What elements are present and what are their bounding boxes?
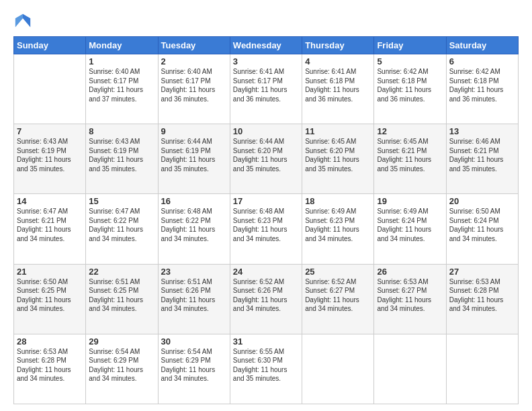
day-number: 5 [377, 56, 443, 66]
page: SundayMondayTuesdayWednesdayThursdayFrid… [0, 0, 532, 411]
svg-marker-0 [23, 14, 30, 28]
calendar-cell: 5Sunrise: 6:42 AMSunset: 6:18 PMDaylight… [374, 54, 446, 124]
calendar-week-row: 21Sunrise: 6:50 AMSunset: 6:25 PMDayligh… [14, 264, 519, 334]
calendar-cell: 21Sunrise: 6:50 AMSunset: 6:25 PMDayligh… [14, 264, 86, 334]
cell-info: Sunrise: 6:43 AMSunset: 6:19 PMDaylight:… [89, 137, 154, 173]
cell-info: Sunrise: 6:47 AMSunset: 6:21 PMDaylight:… [17, 207, 83, 243]
cell-info: Sunrise: 6:43 AMSunset: 6:19 PMDaylight:… [17, 137, 83, 173]
calendar-week-row: 14Sunrise: 6:47 AMSunset: 6:21 PMDayligh… [14, 194, 519, 264]
cell-info: Sunrise: 6:40 AMSunset: 6:17 PMDaylight:… [89, 67, 154, 103]
cell-info: Sunrise: 6:45 AMSunset: 6:21 PMDaylight:… [377, 137, 443, 173]
cell-info: Sunrise: 6:48 AMSunset: 6:23 PMDaylight:… [233, 207, 299, 243]
day-number: 31 [233, 336, 299, 347]
day-number: 4 [305, 56, 371, 66]
day-number: 20 [449, 196, 515, 206]
day-number: 21 [17, 267, 83, 277]
day-number: 15 [89, 196, 154, 206]
calendar-cell: 23Sunrise: 6:51 AMSunset: 6:26 PMDayligh… [158, 264, 230, 334]
calendar-cell: 18Sunrise: 6:49 AMSunset: 6:23 PMDayligh… [302, 194, 374, 264]
cell-info: Sunrise: 6:42 AMSunset: 6:18 PMDaylight:… [377, 67, 443, 103]
calendar-week-row: 28Sunrise: 6:53 AMSunset: 6:28 PMDayligh… [14, 334, 519, 404]
calendar-cell: 2Sunrise: 6:40 AMSunset: 6:17 PMDaylight… [158, 54, 230, 124]
calendar-cell: 22Sunrise: 6:51 AMSunset: 6:25 PMDayligh… [86, 264, 158, 334]
cell-info: Sunrise: 6:53 AMSunset: 6:28 PMDaylight:… [17, 347, 83, 383]
cell-info: Sunrise: 6:52 AMSunset: 6:27 PMDaylight:… [305, 277, 371, 314]
day-number: 1 [89, 56, 154, 66]
calendar-cell: 6Sunrise: 6:42 AMSunset: 6:18 PMDaylight… [446, 54, 518, 124]
day-number: 28 [17, 336, 83, 347]
cell-info: Sunrise: 6:53 AMSunset: 6:27 PMDaylight:… [377, 277, 443, 314]
cell-info: Sunrise: 6:46 AMSunset: 6:21 PMDaylight:… [449, 137, 515, 173]
calendar-cell: 29Sunrise: 6:54 AMSunset: 6:29 PMDayligh… [86, 334, 158, 404]
calendar-cell: 25Sunrise: 6:52 AMSunset: 6:27 PMDayligh… [302, 264, 374, 334]
day-number: 18 [305, 196, 371, 206]
cell-info: Sunrise: 6:45 AMSunset: 6:20 PMDaylight:… [305, 137, 371, 173]
calendar-cell: 19Sunrise: 6:49 AMSunset: 6:24 PMDayligh… [374, 194, 446, 264]
calendar-header-row: SundayMondayTuesdayWednesdayThursdayFrid… [14, 37, 519, 54]
calendar-table: SundayMondayTuesdayWednesdayThursdayFrid… [13, 36, 519, 404]
calendar-cell: 9Sunrise: 6:44 AMSunset: 6:19 PMDaylight… [158, 124, 230, 194]
calendar-cell: 27Sunrise: 6:53 AMSunset: 6:28 PMDayligh… [446, 264, 518, 334]
calendar-cell: 31Sunrise: 6:55 AMSunset: 6:30 PMDayligh… [230, 334, 302, 404]
cell-info: Sunrise: 6:54 AMSunset: 6:29 PMDaylight:… [89, 347, 154, 383]
day-number: 2 [161, 56, 227, 66]
day-number: 16 [161, 196, 227, 206]
calendar-cell: 4Sunrise: 6:41 AMSunset: 6:18 PMDaylight… [302, 54, 374, 124]
calendar-cell: 13Sunrise: 6:46 AMSunset: 6:21 PMDayligh… [446, 124, 518, 194]
day-number: 12 [377, 126, 443, 136]
day-number: 11 [305, 126, 371, 136]
day-number: 26 [377, 267, 443, 277]
cell-info: Sunrise: 6:49 AMSunset: 6:24 PMDaylight:… [377, 207, 443, 243]
cell-info: Sunrise: 6:51 AMSunset: 6:26 PMDaylight:… [161, 277, 227, 314]
calendar-cell: 1Sunrise: 6:40 AMSunset: 6:17 PMDaylight… [86, 54, 158, 124]
calendar-cell: 12Sunrise: 6:45 AMSunset: 6:21 PMDayligh… [374, 124, 446, 194]
calendar-cell: 7Sunrise: 6:43 AMSunset: 6:19 PMDaylight… [14, 124, 86, 194]
cell-info: Sunrise: 6:52 AMSunset: 6:26 PMDaylight:… [233, 277, 299, 314]
day-number: 23 [161, 267, 227, 277]
day-number: 14 [17, 196, 83, 206]
calendar-cell: 16Sunrise: 6:48 AMSunset: 6:22 PMDayligh… [158, 194, 230, 264]
cell-info: Sunrise: 6:55 AMSunset: 6:30 PMDaylight:… [233, 347, 299, 383]
header [13, 12, 519, 31]
calendar-day-header: Friday [374, 37, 446, 54]
day-number: 9 [161, 126, 227, 136]
cell-info: Sunrise: 6:41 AMSunset: 6:18 PMDaylight:… [305, 67, 371, 103]
calendar-cell: 26Sunrise: 6:53 AMSunset: 6:27 PMDayligh… [374, 264, 446, 334]
calendar-cell: 10Sunrise: 6:44 AMSunset: 6:20 PMDayligh… [230, 124, 302, 194]
calendar-cell [446, 334, 518, 404]
calendar-cell: 30Sunrise: 6:54 AMSunset: 6:29 PMDayligh… [158, 334, 230, 404]
day-number: 8 [89, 126, 154, 136]
day-number: 17 [233, 196, 299, 206]
day-number: 22 [89, 267, 154, 277]
calendar-day-header: Tuesday [158, 37, 230, 54]
logo [13, 12, 35, 31]
day-number: 13 [449, 126, 515, 136]
calendar-cell: 20Sunrise: 6:50 AMSunset: 6:24 PMDayligh… [446, 194, 518, 264]
calendar-cell [302, 334, 374, 404]
calendar-cell: 28Sunrise: 6:53 AMSunset: 6:28 PMDayligh… [14, 334, 86, 404]
day-number: 30 [161, 336, 227, 347]
calendar-cell [14, 54, 86, 124]
day-number: 27 [449, 267, 515, 277]
calendar-week-row: 7Sunrise: 6:43 AMSunset: 6:19 PMDaylight… [14, 124, 519, 194]
day-number: 19 [377, 196, 443, 206]
calendar-day-header: Sunday [14, 37, 86, 54]
cell-info: Sunrise: 6:50 AMSunset: 6:25 PMDaylight:… [17, 277, 83, 314]
calendar-cell: 3Sunrise: 6:41 AMSunset: 6:17 PMDaylight… [230, 54, 302, 124]
cell-info: Sunrise: 6:48 AMSunset: 6:22 PMDaylight:… [161, 207, 227, 243]
calendar-cell: 11Sunrise: 6:45 AMSunset: 6:20 PMDayligh… [302, 124, 374, 194]
calendar-cell: 15Sunrise: 6:47 AMSunset: 6:22 PMDayligh… [86, 194, 158, 264]
calendar-day-header: Monday [86, 37, 158, 54]
calendar-day-header: Thursday [302, 37, 374, 54]
day-number: 25 [305, 267, 371, 277]
cell-info: Sunrise: 6:54 AMSunset: 6:29 PMDaylight:… [161, 347, 227, 383]
calendar-day-header: Saturday [446, 37, 518, 54]
calendar-cell: 14Sunrise: 6:47 AMSunset: 6:21 PMDayligh… [14, 194, 86, 264]
calendar-cell: 24Sunrise: 6:52 AMSunset: 6:26 PMDayligh… [230, 264, 302, 334]
cell-info: Sunrise: 6:53 AMSunset: 6:28 PMDaylight:… [449, 277, 515, 314]
cell-info: Sunrise: 6:49 AMSunset: 6:23 PMDaylight:… [305, 207, 371, 243]
svg-marker-1 [15, 14, 23, 28]
day-number: 10 [233, 126, 299, 136]
cell-info: Sunrise: 6:47 AMSunset: 6:22 PMDaylight:… [89, 207, 154, 243]
cell-info: Sunrise: 6:41 AMSunset: 6:17 PMDaylight:… [233, 67, 299, 103]
